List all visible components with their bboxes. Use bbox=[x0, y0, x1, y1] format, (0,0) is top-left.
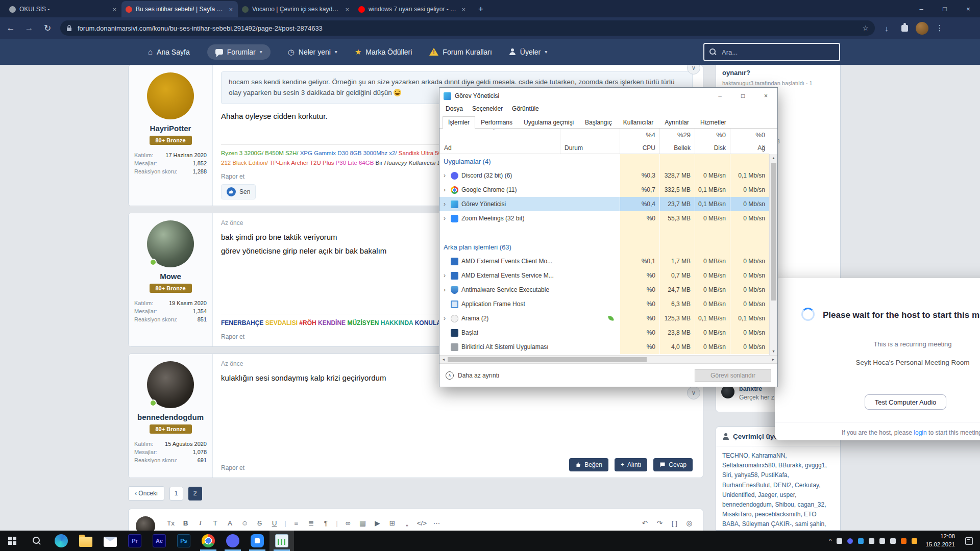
security-shield-icon[interactable] bbox=[858, 538, 864, 544]
browser-tab[interactable]: Vocaroo | Çevrim içi ses kaydedi... × bbox=[238, 1, 354, 17]
italic-icon[interactable]: I bbox=[194, 517, 207, 530]
close-icon[interactable]: × bbox=[754, 88, 777, 104]
amber-app-icon[interactable] bbox=[912, 538, 917, 544]
test-computer-audio-button[interactable]: Test Computer Audio bbox=[865, 394, 946, 410]
fewer-details-label[interactable]: Daha az ayrıntı bbox=[458, 372, 499, 379]
page-1-button[interactable]: 1 bbox=[169, 487, 183, 500]
scroll-up-icon[interactable]: ▲ bbox=[772, 154, 775, 162]
browser-tab[interactable]: windows 7 uyarı sesi geliyor - Yo... × bbox=[354, 1, 471, 17]
reactions-bar[interactable]: Sen bbox=[221, 184, 256, 199]
column-cpu[interactable]: %4CPU bbox=[620, 129, 659, 154]
expand-chevron-icon[interactable]: › bbox=[444, 315, 451, 322]
extensions-puzzle-icon[interactable] bbox=[898, 21, 911, 35]
new-tab-button[interactable]: + bbox=[474, 2, 488, 16]
separator[interactable]: | bbox=[334, 517, 339, 530]
separator[interactable]: | bbox=[283, 517, 288, 530]
username[interactable]: bennedendogdum bbox=[137, 413, 204, 421]
tab-close-icon[interactable]: × bbox=[228, 6, 234, 13]
taskbar-app[interactable]: Ps bbox=[172, 531, 196, 551]
bbcode-icon[interactable]: [ ] bbox=[668, 517, 681, 530]
preview-icon[interactable]: ◎ bbox=[683, 517, 696, 530]
menu-item[interactable]: Görüntüle bbox=[508, 104, 543, 115]
process-row[interactable]: › Zoom Meetings (32 bit) %0 55,3 MB 0 MB… bbox=[439, 211, 769, 226]
process-row[interactable]: › Antimalware Service Executable %0 24,7… bbox=[439, 283, 769, 297]
emoji-icon[interactable]: ☺ bbox=[238, 517, 251, 530]
menu-item[interactable]: Dosya bbox=[442, 104, 467, 115]
bookmark-star-icon[interactable]: ☆ bbox=[862, 24, 869, 32]
nav-home[interactable]: ⌂ Ana Sayfa bbox=[148, 47, 190, 56]
expand-chevron-icon[interactable]: › bbox=[444, 201, 451, 208]
paragraph-icon[interactable]: ¶ bbox=[320, 517, 332, 530]
topic-title[interactable]: oynanır? bbox=[722, 69, 834, 77]
expand-chevron-icon[interactable]: › bbox=[444, 286, 451, 293]
avatar[interactable] bbox=[147, 361, 194, 408]
taskbar-app[interactable] bbox=[98, 531, 122, 551]
taskbar-search-button[interactable] bbox=[24, 531, 49, 551]
strikethrough-icon[interactable]: S bbox=[253, 517, 266, 530]
collapse-chevron-icon[interactable]: ∨ bbox=[687, 386, 700, 399]
process-row[interactable]: › AMD External Events Client Mo... %0,1 … bbox=[439, 254, 769, 268]
taskman-tab[interactable]: Kullanıcılar bbox=[618, 116, 659, 129]
browser-menu-icon[interactable]: ⋮ bbox=[933, 21, 946, 35]
column-status[interactable]: Durum bbox=[560, 129, 620, 154]
list-icon[interactable]: ≡ bbox=[290, 517, 303, 530]
taskbar-clock[interactable]: 12:08 15.02.2021 bbox=[925, 533, 955, 548]
column-memory[interactable]: %29Bellek bbox=[659, 129, 695, 154]
quote-button[interactable]: + Alıntı bbox=[615, 458, 647, 471]
horizontal-scrollbar[interactable]: ◄ ► bbox=[439, 355, 777, 363]
address-bar[interactable]: ☆ bbox=[60, 20, 875, 36]
fewer-details-icon[interactable]: ∧ bbox=[446, 371, 454, 380]
back-icon[interactable]: ← bbox=[3, 20, 18, 36]
expand-chevron-icon[interactable]: › bbox=[444, 215, 451, 222]
font-size-icon[interactable]: T bbox=[209, 517, 222, 530]
volume-icon[interactable] bbox=[869, 538, 874, 544]
update-orange-icon[interactable] bbox=[901, 538, 906, 544]
column-name[interactable]: Ad bbox=[439, 129, 560, 154]
browser-tab[interactable]: OKULSİS - × bbox=[5, 1, 121, 17]
text-color-icon[interactable]: A bbox=[224, 517, 236, 530]
taskman-tab[interactable]: Uygulama geçmişi bbox=[518, 116, 579, 129]
username[interactable]: HayriPotter bbox=[150, 124, 191, 133]
minimize-icon[interactable]: – bbox=[708, 88, 731, 104]
profile-avatar[interactable] bbox=[916, 22, 928, 35]
nav-members[interactable]: Üyeler ▾ bbox=[509, 48, 548, 56]
online-members-list[interactable]: TECHNO, KahramaNN, Seftaliaromalırx580, … bbox=[716, 446, 840, 531]
close-icon[interactable]: × bbox=[957, 0, 980, 17]
scroll-left-icon[interactable]: ◄ bbox=[439, 358, 448, 361]
downloads-icon[interactable]: ↓ bbox=[880, 21, 893, 35]
process-row[interactable]: › Arama (2) %0 125,3 MB 0,1 MB/sn 0,1 Mb… bbox=[439, 311, 769, 325]
align-icon[interactable]: ≣ bbox=[305, 517, 317, 530]
reply-button[interactable]: Cevap bbox=[653, 458, 693, 471]
taskbar-app[interactable] bbox=[196, 531, 220, 551]
column-disk[interactable]: %0Disk bbox=[695, 129, 730, 154]
process-row[interactable]: › Application Frame Host %0 6,3 MB 0 MB/… bbox=[439, 297, 769, 311]
maximize-icon[interactable]: □ bbox=[933, 0, 957, 17]
taskbar-app[interactable] bbox=[245, 531, 270, 551]
tab-close-icon[interactable]: × bbox=[460, 6, 467, 13]
undo-icon[interactable]: ↶ bbox=[639, 517, 651, 530]
bold-icon[interactable]: B bbox=[179, 517, 192, 530]
report-link[interactable]: Rapor et bbox=[221, 464, 244, 471]
taskman-tab[interactable]: Performans bbox=[475, 116, 518, 129]
login-link[interactable]: login bbox=[914, 429, 926, 436]
nav-awards[interactable]: ★ Marka Ödülleri bbox=[355, 47, 412, 57]
network-icon[interactable] bbox=[879, 538, 885, 544]
scroll-right-icon[interactable]: ► bbox=[769, 358, 777, 361]
expand-chevron-icon[interactable]: › bbox=[444, 172, 451, 179]
forward-icon[interactable]: → bbox=[21, 20, 37, 36]
maximize-icon[interactable]: □ bbox=[731, 88, 754, 104]
url-input[interactable] bbox=[77, 24, 857, 33]
process-row[interactable]: › Başlat %0 23,8 MB 0 MB/sn 0 Mb/sn bbox=[439, 325, 769, 340]
image-icon[interactable]: ▦ bbox=[356, 517, 369, 530]
taskbar-app[interactable]: Ae bbox=[147, 531, 172, 551]
search-input[interactable] bbox=[721, 48, 834, 57]
remove-format-icon[interactable]: Tx bbox=[164, 517, 177, 530]
page-2-button-current[interactable]: 2 bbox=[188, 487, 202, 500]
like-button[interactable]: Beğen bbox=[569, 458, 608, 471]
start-button[interactable] bbox=[0, 531, 24, 551]
scrollbar-thumb[interactable] bbox=[771, 163, 776, 300]
process-row[interactable]: › AMD External Events Service M... %0 0,… bbox=[439, 268, 769, 283]
username[interactable]: Mowe bbox=[160, 272, 181, 281]
taskman-tab[interactable]: Ayrıntılar bbox=[659, 116, 695, 129]
end-task-button[interactable]: Görevi sonlandır bbox=[695, 369, 771, 382]
